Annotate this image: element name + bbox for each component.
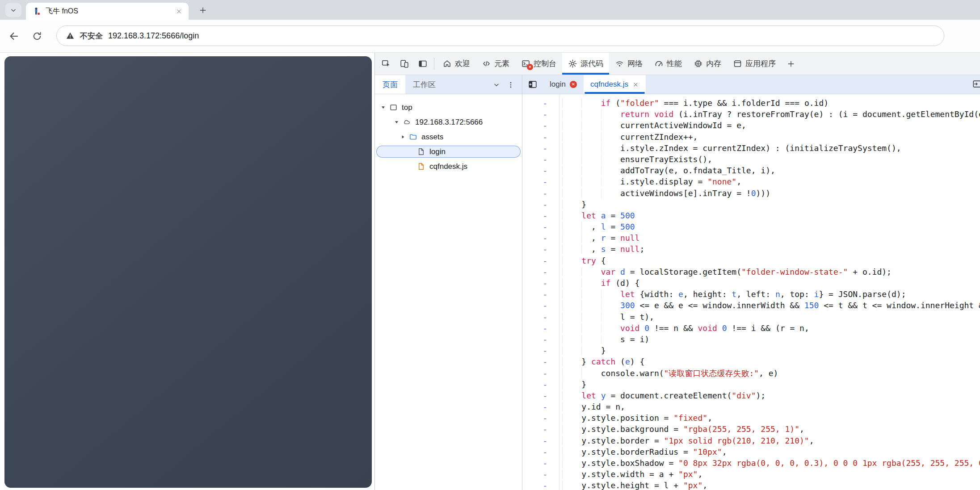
gutter-mark[interactable]: - — [522, 334, 559, 345]
tree-item-top[interactable]: top — [375, 100, 522, 115]
device-icon — [400, 59, 409, 69]
gutter-mark[interactable]: - — [522, 97, 559, 109]
sidebar-tab-page[interactable]: 页面 — [375, 75, 405, 94]
inspect-element-button[interactable] — [377, 53, 395, 75]
back-button[interactable] — [7, 29, 21, 43]
sidebar-tab-workspace[interactable]: 工作区 — [405, 75, 443, 94]
sidebar-menu-icon[interactable] — [507, 81, 515, 89]
refresh-button[interactable] — [30, 29, 44, 43]
code-line: - y.id = n, — [522, 401, 980, 412]
gutter-mark[interactable]: - — [522, 176, 559, 187]
gutter-mark[interactable]: - — [522, 188, 559, 199]
gutter-mark[interactable]: - — [522, 311, 559, 322]
gutter-mark[interactable]: - — [522, 232, 559, 243]
refresh-icon — [32, 31, 42, 42]
devtools-tab-application[interactable]: 应用程序 — [727, 53, 782, 75]
gutter-mark[interactable]: - — [522, 345, 559, 356]
devtools-tab-sources[interactable]: 源代码 — [562, 53, 609, 75]
expanded-arrow-icon[interactable] — [394, 119, 403, 125]
file-gray-icon — [417, 147, 425, 156]
tab-search-button[interactable] — [5, 3, 21, 17]
gutter-mark[interactable]: - — [522, 154, 559, 165]
gutter-mark[interactable]: - — [522, 401, 559, 412]
code-line: - y.style.height = l + "px", — [522, 480, 980, 490]
not-secure-warning-icon[interactable] — [66, 31, 75, 40]
gutter-mark[interactable]: - — [522, 322, 559, 334]
tab-close-icon[interactable] — [632, 81, 639, 88]
gutter-mark[interactable]: - — [522, 109, 559, 120]
gutter-mark[interactable]: - — [522, 277, 559, 289]
code-line: - y.style.borderRadius = "10px", — [522, 446, 980, 457]
more-panes-chevron-icon[interactable] — [492, 81, 501, 89]
address-bar[interactable]: 不安全 192.168.3.172:5666/login — [56, 25, 944, 46]
editor-tab-login[interactable]: login✕ — [543, 75, 584, 94]
code-line: - i.style.display = "none", — [522, 176, 980, 187]
gutter-mark[interactable]: - — [522, 255, 559, 266]
gutter-mark[interactable]: - — [522, 199, 559, 210]
devtools-toolbar: 欢迎元素✕控制台源代码网络性能内存应用程序 — [375, 53, 980, 75]
devtools-tab-performance[interactable]: 性能 — [648, 53, 688, 75]
gutter-mark[interactable]: - — [522, 120, 559, 131]
devtools-tab-bar: 欢迎元素✕控制台源代码网络性能内存应用程序 — [437, 53, 782, 75]
gutter-mark[interactable]: - — [522, 379, 559, 390]
code-line: - i.style.zIndex = currentZIndex) : (ini… — [522, 142, 980, 154]
gutter-mark[interactable]: - — [522, 469, 559, 480]
new-tab-button[interactable] — [197, 4, 209, 17]
devtools-tab-network[interactable]: 网络 — [609, 53, 648, 75]
security-label[interactable]: 不安全 — [80, 31, 103, 41]
gutter-mark[interactable]: - — [522, 266, 559, 277]
gutter-mark[interactable]: - — [522, 300, 559, 311]
editor-tab-label: login — [550, 80, 566, 89]
gutter-mark[interactable]: - — [522, 412, 559, 423]
error-badge: ✕ — [570, 81, 577, 88]
browser-tab[interactable]: 飞牛 fnOS — [26, 3, 189, 20]
gutter-mark[interactable]: - — [522, 480, 559, 490]
gutter-mark[interactable]: - — [522, 243, 559, 255]
gutter-mark[interactable]: - — [522, 165, 559, 176]
error-badge: ✕ — [527, 64, 533, 70]
gutter-mark[interactable] — [522, 94, 559, 97]
network-icon — [615, 59, 624, 68]
gutter-mark[interactable]: - — [522, 423, 559, 435]
gutter-mark[interactable]: - — [522, 356, 559, 367]
code-view[interactable]: t.id))- if ("folder" === i.type && i.fol… — [522, 94, 980, 490]
code-line: - } — [522, 199, 980, 210]
open-file-button[interactable] — [972, 79, 980, 91]
devtools-tab-console[interactable]: ✕控制台 — [515, 53, 562, 75]
code-line: - currentZIndex++, — [522, 131, 980, 142]
code-line: - } catch (e) { — [522, 356, 980, 367]
more-tools-button[interactable] — [782, 53, 800, 75]
elements-icon — [482, 59, 491, 68]
code-line: - } — [522, 379, 980, 390]
gutter-mark[interactable]: - — [522, 142, 559, 154]
gutter-mark[interactable]: - — [522, 131, 559, 142]
editor-tab-cqfndesk-js[interactable]: cqfndesk.js — [584, 75, 646, 94]
collapsed-arrow-icon[interactable] — [400, 134, 409, 140]
tree-item-login[interactable]: login — [376, 146, 521, 158]
dock-side-button[interactable] — [413, 53, 432, 75]
expanded-arrow-icon[interactable] — [380, 105, 389, 110]
gutter-mark[interactable]: - — [522, 390, 559, 401]
tree-item-192-168-3-172-5666[interactable]: 192.168.3.172:5666 — [375, 115, 522, 130]
device-toolbar-button[interactable] — [395, 53, 413, 75]
tree-item-label: top — [402, 103, 412, 112]
gutter-mark[interactable]: - — [522, 221, 559, 232]
triangle-icon — [394, 119, 400, 125]
devtools-tab-memory[interactable]: 内存 — [688, 53, 727, 75]
gutter-mark[interactable]: - — [522, 289, 559, 300]
gutter-mark[interactable]: - — [522, 457, 559, 469]
hide-navigator-button[interactable] — [522, 75, 543, 94]
gutter-mark[interactable]: - — [522, 435, 559, 446]
gutter-mark[interactable]: - — [522, 368, 559, 379]
gutter-mark[interactable]: - — [522, 446, 559, 457]
tab-close-icon[interactable] — [176, 8, 182, 15]
devtools-tab-home[interactable]: 欢迎 — [437, 53, 476, 75]
triangle-icon — [400, 134, 406, 140]
tree-item-assets[interactable]: assets — [375, 130, 522, 144]
tree-item-cqfndesk-js[interactable]: cqfndesk.js — [375, 159, 522, 174]
devtools-tab-elements[interactable]: 元素 — [476, 53, 515, 75]
gutter-mark[interactable]: - — [522, 210, 559, 221]
code-line: - activeWindows[e].inTray = !0))) — [522, 188, 980, 199]
tree-item-label: assets — [421, 133, 443, 142]
url-text[interactable]: 192.168.3.172:5666/login — [108, 31, 199, 41]
